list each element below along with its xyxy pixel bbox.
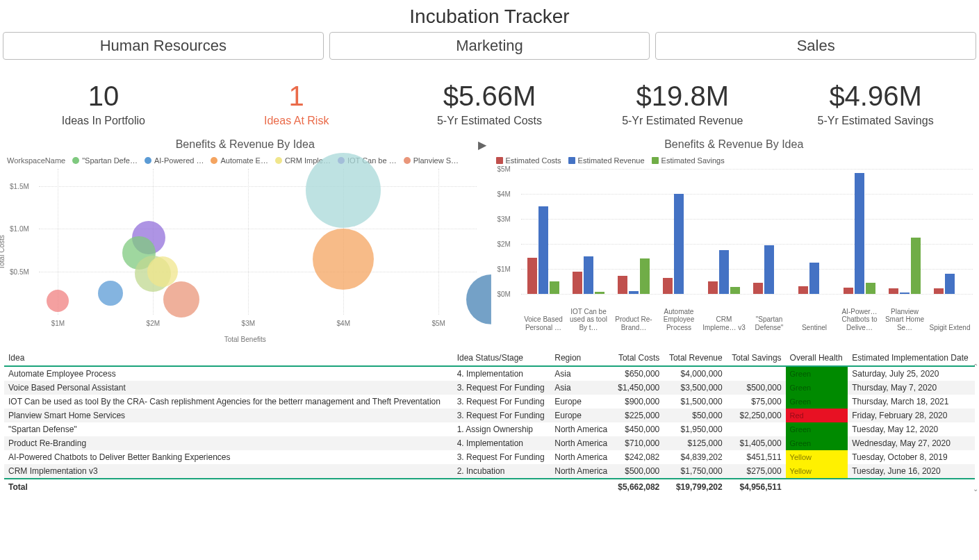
scroll-down-icon[interactable]: ⌄ (973, 485, 978, 493)
cell: North America (550, 450, 613, 464)
cell: Planview Smart Home Services (4, 409, 453, 422)
kpi-row: 10Ideas In Portfolio1Ideas At Risk$5.66M… (0, 60, 979, 134)
bar-costs[interactable] (753, 283, 763, 294)
bar-group[interactable] (934, 274, 966, 294)
col-header[interactable]: Estimated Implementation Date (848, 350, 975, 366)
bar-costs[interactable] (889, 288, 898, 294)
legend-swatch (211, 157, 217, 164)
legend-item[interactable]: AI-Powered … (145, 156, 204, 165)
bar-revenue[interactable] (809, 263, 819, 294)
bar-costs[interactable] (573, 272, 582, 294)
bar-costs[interactable] (798, 286, 808, 294)
col-header[interactable]: Region (550, 350, 613, 366)
bar-revenue[interactable] (900, 293, 910, 294)
cell: 3. Request For Funding (453, 409, 551, 422)
bar-group[interactable] (573, 256, 604, 294)
bar-costs[interactable] (527, 258, 537, 294)
col-header[interactable]: Overall Health (786, 350, 848, 366)
bubble-plot[interactable]: $0.5M$1.0M$1.5M$1M$2M$3M$4M$5M (39, 169, 477, 315)
cell: $50,000 (664, 409, 726, 422)
cell: $710,000 (613, 436, 664, 450)
bubble-point[interactable] (47, 290, 69, 312)
col-header[interactable]: Total Revenue (664, 350, 726, 366)
kpi-value: 10 (7, 81, 200, 112)
cell: $4,000,000 (664, 366, 726, 381)
bar-revenue[interactable] (945, 274, 955, 294)
bar-costs[interactable] (663, 278, 673, 294)
bar-savings[interactable] (550, 281, 559, 294)
cell: $2,250,000 (727, 409, 786, 422)
col-header[interactable]: Idea Status/Stage (453, 350, 551, 366)
cell: $451,511 (727, 450, 786, 464)
col-header[interactable]: Total Costs (613, 350, 664, 366)
bubble-point[interactable] (98, 281, 123, 306)
tab-human-resources[interactable]: Human Resources (3, 32, 324, 60)
bar-costs[interactable] (934, 288, 944, 294)
scroll-up-icon[interactable]: ⌃ (973, 363, 978, 370)
table-row[interactable]: Product Re-Branding4. ImplementationNort… (4, 436, 975, 450)
table-scrollbar[interactable]: ⌃ ⌄ (971, 363, 979, 493)
bar-plot[interactable]: $0M$1M$2M$3M$4M$5MVoice Based Personal …… (521, 169, 973, 294)
bar-revenue[interactable] (764, 245, 774, 294)
bar-savings[interactable] (640, 258, 650, 294)
cell: $1,405,000 (727, 436, 786, 450)
bubble-point[interactable] (306, 153, 381, 228)
table-row[interactable]: AI-Powered Chatbots to Deliver Better Ba… (4, 450, 975, 464)
bar-revenue[interactable] (584, 256, 593, 294)
kpi-label: Ideas In Portfolio (7, 115, 200, 127)
category-tabs: Human ResourcesMarketingSales (0, 32, 979, 60)
bar-revenue[interactable] (719, 250, 729, 294)
bar-revenue[interactable] (674, 194, 684, 294)
table-row[interactable]: Automate Employee Process4. Implementati… (4, 366, 975, 381)
bar-savings[interactable] (911, 238, 921, 294)
category-label: IOT Can be used as tool By t… (566, 308, 611, 332)
table-row[interactable]: Planview Smart Home Services3. Request F… (4, 409, 975, 422)
table-row[interactable]: "Spartan Defense"1. Assign OwnershipNort… (4, 422, 975, 436)
legend-item[interactable]: Automate E… (211, 156, 268, 165)
bar-revenue[interactable] (855, 173, 864, 294)
bar-group[interactable] (889, 238, 921, 294)
page-title: Incubation Tracker (0, 0, 979, 32)
legend-item[interactable]: Estimated Costs (496, 156, 561, 165)
bar-group[interactable] (618, 258, 650, 294)
cell: $1,950,000 (664, 422, 726, 436)
bar-costs[interactable] (618, 276, 627, 294)
legend-item[interactable]: Estimated Savings (652, 156, 725, 165)
bar-costs[interactable] (708, 281, 718, 294)
health-cell: Red (786, 409, 848, 422)
table-row[interactable]: IOT Can be used as tool By the CRA- Cash… (4, 395, 975, 409)
col-header[interactable]: Total Savings (727, 350, 786, 366)
legend-label: Planview S… (413, 156, 459, 165)
legend-swatch (568, 157, 575, 164)
bubble-point[interactable] (163, 281, 199, 318)
legend-item[interactable]: Planview S… (404, 156, 459, 165)
bar-savings[interactable] (866, 283, 875, 294)
bar-group[interactable] (844, 173, 875, 294)
ideas-table[interactable]: IdeaIdea Status/StageRegionTotal CostsTo… (4, 350, 975, 494)
bar-group[interactable] (753, 245, 785, 294)
bar-savings[interactable] (595, 292, 604, 294)
chart-benefits-revenue-bubble[interactable]: Benefits & Revenue By Idea WorkspaceName… (4, 138, 486, 343)
cell: 4. Implementation (453, 366, 551, 381)
health-cell: Yellow (786, 450, 848, 464)
tab-marketing[interactable]: Marketing (329, 32, 650, 60)
bar-savings[interactable] (730, 287, 740, 294)
bar-group[interactable] (708, 250, 740, 294)
col-header[interactable]: Idea (4, 350, 453, 366)
bar-revenue[interactable] (629, 291, 639, 295)
bubble-point[interactable] (313, 229, 374, 290)
legend-item[interactable]: Estimated Revenue (568, 156, 645, 165)
bar-group[interactable] (663, 194, 695, 294)
legend-next-icon[interactable]: ▶ (478, 138, 486, 151)
bar-group[interactable] (527, 206, 559, 294)
table-row[interactable]: CRM Implementation v32. IncubationNorth … (4, 464, 975, 479)
legend-item[interactable]: "Spartan Defe… (72, 156, 138, 165)
table-row[interactable]: Voice Based Personal Assistant3. Request… (4, 381, 975, 395)
bar-group[interactable] (798, 263, 830, 294)
category-label: Spigit Extend (928, 324, 972, 332)
bar-revenue[interactable] (538, 206, 548, 294)
chart-benefits-revenue-bar[interactable]: Benefits & Revenue By Idea Estimated Cos… (493, 138, 976, 343)
bar-costs[interactable] (844, 288, 853, 294)
tab-sales[interactable]: Sales (655, 32, 976, 60)
cell: $75,000 (727, 395, 786, 409)
